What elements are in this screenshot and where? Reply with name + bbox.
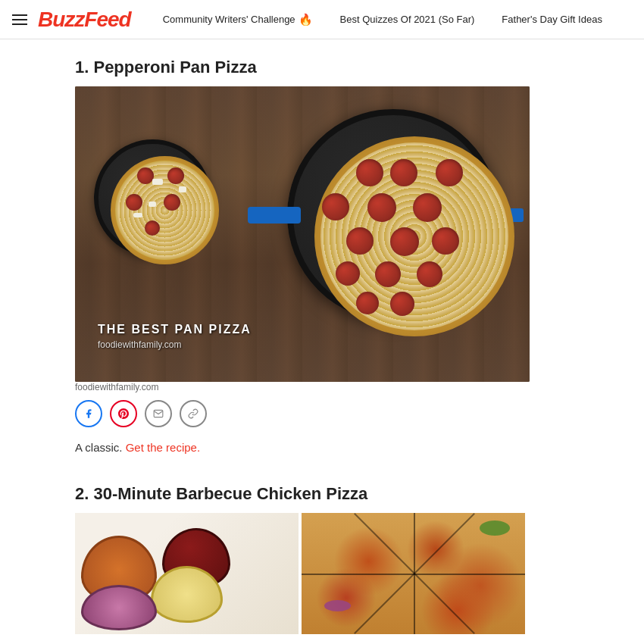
- article-image-container-2: [75, 513, 569, 634]
- nav-link-fathers-day[interactable]: Father's Day Gift Ideas: [488, 0, 616, 39]
- hamburger-menu[interactable]: [12, 14, 27, 25]
- article-item-2: 2. 30-Minute Barbecue Chicken Pizza: [75, 484, 569, 634]
- small-pan: [86, 132, 223, 268]
- large-pan: [272, 94, 514, 359]
- email-icon: [153, 408, 164, 419]
- article-description-1: A classic. Get the recipe.: [75, 439, 569, 457]
- nav-link-fathers-day-label: Father's Day Gift Ideas: [502, 14, 602, 25]
- share-pinterest-button[interactable]: [110, 400, 137, 427]
- image-caption-1: foodiewithfamily.com: [75, 382, 569, 392]
- image-overlay-url: foodiewithfamily.com: [98, 339, 181, 350]
- small-pizza-cheese: [115, 161, 214, 260]
- share-link-button[interactable]: [180, 400, 207, 427]
- feta-4: [179, 186, 186, 192]
- article-title-2: 2. 30-Minute Barbecue Chicken Pizza: [75, 484, 569, 504]
- bbq-ingredients: [75, 513, 299, 634]
- site-header: BuzzFeed Community Writers' Challenge 🔥 …: [0, 0, 644, 39]
- small-pizza: [111, 156, 219, 264]
- main-content: 1. Pepperoni Pan Pizza: [57, 39, 587, 634]
- fire-emoji: 🔥: [299, 13, 313, 27]
- feta-1: [152, 179, 163, 185]
- large-pan-body: [287, 109, 499, 321]
- nav-link-community-label: Community Writers' Challenge: [163, 14, 295, 25]
- link-icon: [188, 408, 199, 419]
- nav-link-community[interactable]: Community Writers' Challenge 🔥: [149, 0, 327, 39]
- nav-link-quizzes[interactable]: Best Quizzes Of 2021 (So Far): [327, 0, 489, 39]
- image-overlay-title: THE BEST PAN PIZZA: [98, 323, 252, 336]
- share-facebook-button[interactable]: [75, 400, 102, 427]
- article-recipe-link-1[interactable]: Get the recipe.: [126, 441, 200, 454]
- article-title-1: 1. Pepperoni Pan Pizza: [75, 58, 569, 77]
- article-image-1: THE BEST PAN PIZZA foodiewithfamily.com: [75, 86, 530, 382]
- pizza-large: [314, 136, 514, 336]
- nav-link-quizzes-label: Best Quizzes Of 2021 (So Far): [340, 14, 475, 25]
- nav-links: Community Writers' Challenge 🔥 Best Quiz…: [149, 0, 632, 39]
- bbq-pizza: [302, 513, 525, 634]
- site-logo[interactable]: BuzzFeed: [38, 8, 131, 32]
- facebook-icon: [83, 408, 94, 419]
- share-buttons-1: [75, 400, 569, 427]
- feta-2: [148, 202, 156, 207]
- feta-3: [133, 213, 142, 217]
- article-image-2: [75, 513, 530, 634]
- article-image-container-1: THE BEST PAN PIZZA foodiewithfamily.com …: [75, 86, 569, 392]
- pizza-cut-lines: [302, 513, 525, 634]
- small-pan-body: [94, 139, 211, 257]
- article-item-1: 1. Pepperoni Pan Pizza: [75, 58, 569, 457]
- pan-handle-left: [248, 207, 301, 224]
- pinterest-icon: [118, 408, 129, 419]
- share-email-button[interactable]: [145, 400, 172, 427]
